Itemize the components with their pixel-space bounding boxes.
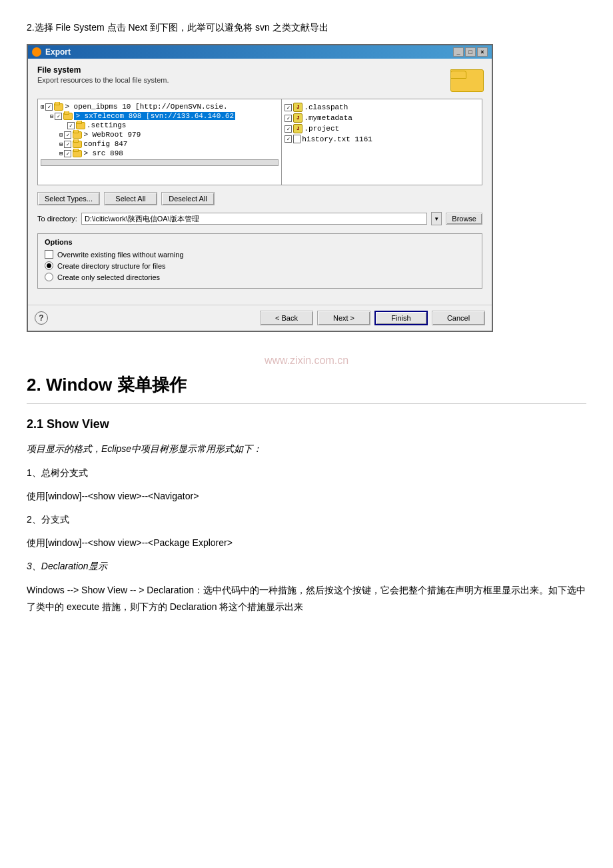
dialog-body: File system Export resources to the loca… — [28, 59, 492, 305]
item1-text: 使用[window]--<show view>--<Navigator> — [27, 488, 586, 505]
item3-num: 3、Declaration显示 — [27, 558, 586, 575]
tree-item[interactable]: J .project — [285, 123, 479, 134]
tree-item[interactable]: ⊞ config 847 — [41, 139, 279, 149]
create-dir-label: Create directory structure for files — [57, 262, 166, 270]
tree-item[interactable]: ⊞ > open_ibpms 10 [http://OpenSVN.csie. — [41, 102, 279, 111]
watermark: www.zixin.com.cn — [27, 355, 586, 367]
tree-item[interactable]: ⊞ > src 898 — [41, 149, 279, 158]
dialog-bottom-bar: ? < Back Next > Finish Cancel — [28, 305, 492, 331]
next-button[interactable]: Next > — [317, 311, 370, 325]
para1: 项目显示的格式，Eclipse中项目树形显示常用形式如下： — [27, 441, 586, 457]
tree-item[interactable]: J .mymetadata — [285, 113, 479, 123]
folder-icon — [73, 141, 82, 148]
checkbox[interactable] — [64, 150, 71, 157]
tree-item[interactable]: ⊟ > sxTelecom 898 [svn://133.64.140.62 — [41, 111, 279, 121]
item2-text: 使用[window]--<show view>--<Package Explor… — [27, 535, 586, 551]
minimize-button[interactable]: _ — [453, 47, 464, 57]
create-dir-option-row: Create directory structure for files — [45, 261, 475, 270]
section-2-heading: 2. Window 菜单操作 — [27, 373, 586, 404]
item1-num: 1、总树分支式 — [27, 465, 586, 481]
dialog-icon — [32, 47, 41, 57]
java-icon: J — [293, 124, 303, 133]
file-tree-left[interactable]: ⊞ > open_ibpms 10 [http://OpenSVN.csie. … — [38, 99, 282, 185]
file-browser-area: ⊞ > open_ibpms 10 [http://OpenSVN.csie. … — [37, 99, 482, 185]
java-icon: J — [293, 113, 303, 123]
tree-label: > open_ibpms 10 [http://OpenSVN.csie. — [65, 103, 227, 111]
tree-label-selected: > sxTelecom 898 [svn://133.64.140.62 — [74, 112, 235, 120]
folder-icon — [73, 150, 82, 157]
overwrite-checkbox[interactable] — [45, 250, 53, 259]
checkbox[interactable] — [55, 113, 62, 120]
tree-label: .project — [304, 125, 339, 133]
to-directory-row: To directory: ▼ Browse — [37, 212, 482, 225]
intro-text: 2.选择 File System 点击 Next 到下图，此举可以避免将 svn… — [27, 20, 586, 35]
dialog-header: File system Export resources to the loca… — [37, 65, 482, 92]
checkbox[interactable] — [285, 125, 292, 133]
folder-icon — [73, 131, 82, 139]
options-group: Options Overwrite existing files without… — [37, 233, 482, 289]
maximize-button[interactable]: □ — [465, 47, 476, 57]
subsection-2-1-heading: 2.1 Show View — [27, 417, 586, 431]
dialog-title: Export — [45, 47, 71, 57]
cancel-button[interactable]: Cancel — [432, 311, 485, 325]
tree-item[interactable]: ⊞ > WebRoot 979 — [41, 130, 279, 139]
section-title: File system — [37, 65, 169, 75]
item2-num: 2、分支式 — [27, 511, 586, 528]
create-dir-radio[interactable] — [45, 261, 53, 270]
overwrite-label: Overwrite existing files without warning — [57, 251, 184, 259]
close-button[interactable]: × — [477, 47, 488, 57]
checkbox[interactable] — [64, 131, 71, 139]
titlebar-left: Export — [32, 47, 71, 57]
to-directory-label: To directory: — [37, 215, 77, 223]
dialog-titlebar: Export _ □ × — [28, 45, 492, 59]
export-dialog: Export _ □ × File system Export resource… — [27, 44, 493, 332]
deselect-all-button[interactable]: Deselect All — [161, 192, 215, 205]
header-text: File system Export resources to the loca… — [37, 65, 169, 91]
directory-dropdown-button[interactable]: ▼ — [431, 212, 442, 225]
java-icon: J — [293, 103, 303, 112]
folder-icon-large — [450, 65, 482, 92]
expand-icon[interactable]: ⊞ — [59, 141, 63, 148]
item3-text1: Windows --> Show View -- > Declaration：选… — [27, 582, 586, 615]
horizontal-scrollbar[interactable] — [41, 159, 279, 166]
checkbox[interactable] — [64, 141, 71, 148]
checkbox[interactable] — [285, 135, 292, 143]
file-buttons-row: Select Types... Select All Deselect All — [37, 192, 482, 205]
tree-label: .mymetadata — [304, 114, 352, 122]
tree-label: > WebRoot 979 — [83, 131, 141, 139]
expand-icon[interactable]: ⊞ — [59, 131, 63, 139]
folder-icon — [76, 122, 85, 129]
checkbox[interactable] — [285, 104, 292, 111]
options-legend: Options — [45, 238, 475, 246]
checkbox[interactable] — [285, 115, 292, 122]
folder-icon — [54, 103, 63, 111]
to-directory-input[interactable] — [81, 213, 427, 225]
help-button[interactable]: ? — [35, 311, 48, 325]
expand-icon[interactable]: ⊞ — [41, 103, 44, 111]
browse-button[interactable]: Browse — [446, 213, 482, 225]
checkbox[interactable] — [45, 103, 53, 111]
back-button[interactable]: < Back — [260, 311, 313, 325]
tree-label: history.txt 1161 — [302, 135, 372, 143]
overwrite-option-row: Overwrite existing files without warning — [45, 250, 475, 259]
select-all-button[interactable]: Select All — [104, 192, 157, 205]
file-tree-right[interactable]: J .classpath J .mymetadata J .project hi… — [282, 99, 482, 185]
tree-label: > src 898 — [83, 149, 123, 157]
tree-item[interactable]: J .classpath — [285, 102, 479, 113]
titlebar-controls[interactable]: _ □ × — [453, 47, 488, 57]
create-only-option-row: Create only selected directories — [45, 273, 475, 281]
tree-label: .settings — [87, 121, 126, 129]
expand-icon[interactable]: ⊞ — [59, 150, 63, 157]
bottom-buttons: < Back Next > Finish Cancel — [260, 311, 485, 325]
tree-item[interactable]: history.txt 1161 — [285, 134, 479, 144]
file-icon — [293, 135, 301, 143]
checkbox[interactable] — [67, 122, 75, 129]
create-only-radio[interactable] — [45, 273, 53, 281]
expand-icon[interactable]: ⊟ — [50, 113, 53, 120]
select-types-button[interactable]: Select Types... — [37, 192, 100, 205]
finish-button[interactable]: Finish — [374, 311, 428, 325]
tree-label: .classpath — [304, 103, 348, 111]
create-only-label: Create only selected directories — [57, 273, 160, 281]
section-subtitle: Export resources to the local file syste… — [37, 76, 169, 84]
tree-item[interactable]: .settings — [41, 121, 279, 130]
